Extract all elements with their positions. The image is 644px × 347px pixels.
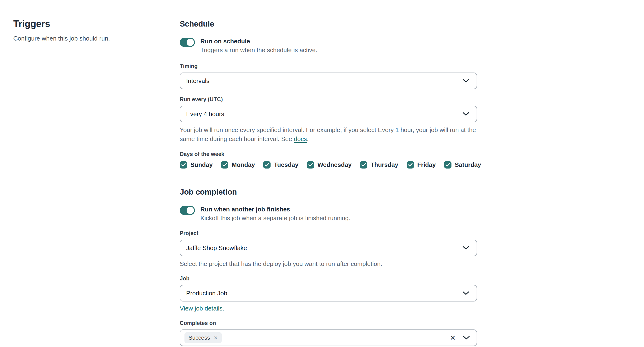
- chevron-down-icon: [462, 112, 470, 116]
- run-on-schedule-text: Run on schedule Triggers a run when the …: [200, 37, 317, 54]
- day-checkbox-thursday[interactable]: Thursday: [360, 161, 398, 169]
- job-completion-heading: Job completion: [180, 187, 477, 197]
- days-of-week-row: Sunday Monday Tuesday Wednesday: [180, 161, 477, 169]
- chevron-down-icon: [462, 291, 470, 295]
- completes-on-tag-success: Success ✕: [184, 332, 222, 343]
- day-label: Saturday: [455, 161, 481, 169]
- day-checkbox-saturday[interactable]: Saturday: [444, 161, 481, 169]
- view-job-details-link[interactable]: View job details.: [180, 305, 224, 312]
- day-checkbox-monday[interactable]: Monday: [221, 161, 255, 169]
- chevron-down-icon[interactable]: [463, 336, 470, 340]
- completes-on-field: Completes on Success ✕ ✕: [180, 320, 477, 346]
- day-checkbox-wednesday[interactable]: Wednesday: [307, 161, 352, 169]
- completes-on-label: Completes on: [180, 320, 477, 326]
- run-when-job-finishes-row: Run when another job finishes Kickoff th…: [180, 205, 477, 223]
- run-every-label: Run every (UTC): [180, 96, 477, 103]
- help-text-suffix: .: [307, 135, 308, 142]
- checkbox-checked-icon: [307, 161, 314, 169]
- timing-select[interactable]: Intervals: [180, 72, 477, 89]
- run-when-job-finishes-description: Kickoff this job when a separate job is …: [200, 214, 350, 223]
- toggle-knob: [186, 39, 194, 46]
- remove-tag-icon[interactable]: ✕: [214, 336, 218, 340]
- tag-label: Success: [188, 335, 210, 341]
- run-every-help: Your job will run once every specified i…: [180, 125, 477, 143]
- run-when-job-finishes-toggle[interactable]: [180, 206, 195, 215]
- project-field: Project Jaffle Shop Snowflake Select the…: [180, 230, 477, 268]
- run-on-schedule-description: Triggers a run when the schedule is acti…: [200, 46, 317, 54]
- run-on-schedule-toggle[interactable]: [180, 38, 195, 47]
- day-checkbox-friday[interactable]: Friday: [407, 161, 436, 169]
- project-label: Project: [180, 230, 477, 237]
- day-label: Wednesday: [318, 161, 352, 169]
- day-label: Friday: [417, 161, 436, 169]
- job-field: Job Production Job: [180, 275, 477, 302]
- run-on-schedule-label: Run on schedule: [200, 37, 317, 46]
- job-value: Production Job: [186, 290, 227, 297]
- triggers-form: Schedule Run on schedule Triggers a run …: [180, 19, 477, 347]
- timing-label: Timing: [180, 63, 477, 69]
- timing-value: Intervals: [186, 77, 209, 85]
- completes-on-select[interactable]: Success ✕ ✕: [180, 330, 477, 346]
- project-help: Select the project that has the deploy j…: [180, 259, 477, 268]
- run-every-value: Every 4 hours: [186, 110, 224, 118]
- chevron-down-icon: [462, 246, 470, 250]
- day-label: Monday: [232, 161, 255, 169]
- toggle-knob: [186, 207, 194, 214]
- project-select[interactable]: Jaffle Shop Snowflake: [180, 240, 477, 256]
- checkbox-checked-icon: [180, 161, 187, 169]
- checkbox-checked-icon: [360, 161, 367, 169]
- checkbox-checked-icon: [221, 161, 228, 169]
- clear-all-icon[interactable]: ✕: [450, 335, 456, 341]
- day-label: Tuesday: [274, 161, 298, 169]
- run-when-job-finishes-label: Run when another job finishes: [200, 205, 350, 214]
- timing-field: Timing Intervals: [180, 63, 477, 89]
- run-every-field: Run every (UTC) Every 4 hours Your job w…: [180, 96, 477, 169]
- day-checkbox-sunday[interactable]: Sunday: [180, 161, 213, 169]
- help-text: Your job will run once every specified i…: [180, 126, 476, 142]
- day-checkbox-tuesday[interactable]: Tuesday: [263, 161, 298, 169]
- day-label: Sunday: [190, 161, 213, 169]
- docs-link[interactable]: docs: [294, 135, 307, 142]
- run-when-job-finishes-text: Run when another job finishes Kickoff th…: [200, 205, 350, 223]
- run-every-select[interactable]: Every 4 hours: [180, 106, 477, 122]
- checkbox-checked-icon: [407, 161, 414, 169]
- job-label: Job: [180, 275, 477, 282]
- job-select[interactable]: Production Job: [180, 285, 477, 302]
- days-of-week-label: Days of the week: [180, 151, 477, 157]
- triggers-intro-panel: Triggers Configure when this job should …: [13, 18, 163, 42]
- schedule-section: Schedule Run on schedule Triggers a run …: [180, 19, 477, 169]
- page-title: Triggers: [13, 18, 163, 29]
- schedule-heading: Schedule: [180, 19, 477, 28]
- day-label: Thursday: [370, 161, 398, 169]
- checkbox-checked-icon: [263, 161, 270, 169]
- days-of-week-group: Days of the week Sunday Monday Tuesday: [180, 151, 477, 169]
- run-on-schedule-row: Run on schedule Triggers a run when the …: [180, 37, 477, 54]
- job-completion-section: Job completion Run when another job fini…: [180, 187, 477, 346]
- project-value: Jaffle Shop Snowflake: [186, 244, 247, 252]
- page-subtitle: Configure when this job should run.: [13, 34, 163, 42]
- multiselect-controls: ✕: [450, 335, 470, 341]
- chevron-down-icon: [462, 79, 470, 83]
- checkbox-checked-icon: [444, 161, 452, 169]
